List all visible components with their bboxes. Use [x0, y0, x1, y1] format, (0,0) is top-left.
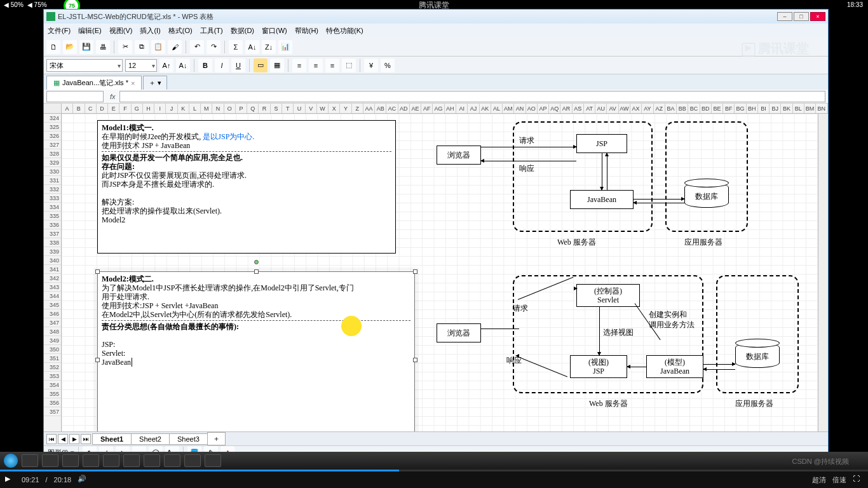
col-K[interactable]: K [178, 104, 189, 113]
row-355[interactable]: 355 [44, 390, 61, 398]
volume-icon[interactable]: 🔊 [78, 475, 88, 485]
col-J[interactable]: J [166, 104, 177, 113]
menu-special[interactable]: 特色功能(K) [326, 26, 363, 36]
menu-data[interactable]: 数据(D) [231, 26, 254, 36]
chart-icon[interactable]: 📊 [278, 40, 292, 54]
highlight-icon[interactable]: ▭ [254, 58, 268, 72]
sheet-tab-1[interactable]: Sheet1 [92, 433, 132, 445]
col-R[interactable]: R [259, 104, 270, 113]
col-C[interactable]: C [85, 104, 97, 113]
row-346[interactable]: 346 [44, 309, 61, 318]
col-P[interactable]: P [236, 104, 247, 113]
resize-handle[interactable] [413, 358, 417, 362]
resize-handle[interactable] [95, 269, 100, 274]
col-AY[interactable]: AY [642, 104, 653, 113]
task-item[interactable] [205, 454, 221, 467]
col-BN[interactable]: BN [816, 104, 827, 113]
italic-button[interactable]: I [215, 58, 229, 72]
size-combo[interactable]: 12 [125, 59, 157, 72]
play-button[interactable]: ▶ [5, 475, 15, 485]
menu-window[interactable]: 窗口(W) [262, 26, 287, 36]
textbox-model1[interactable]: Model1:模式一. 在早期的时候J2ee的开发模式, 是以JSP为中心. 使… [97, 120, 396, 254]
underline-button[interactable]: U [231, 58, 245, 72]
task-item[interactable] [123, 454, 140, 467]
fx-icon[interactable]: fx [110, 93, 116, 100]
col-AD[interactable]: AD [398, 104, 410, 113]
col-AI[interactable]: AI [456, 104, 468, 113]
col-AL[interactable]: AL [491, 104, 503, 113]
menu-help[interactable]: 帮助(H) [295, 26, 318, 36]
col-AM[interactable]: AM [503, 104, 514, 113]
column-headers[interactable]: /*placeholder*/ ABCDEFGHIJKLMNOPQRSTUVWX… [44, 104, 828, 114]
col-BH[interactable]: BH [747, 104, 758, 113]
select-all-corner[interactable] [44, 104, 62, 113]
new-icon[interactable]: 🗋 [46, 40, 60, 54]
task-item[interactable] [22, 454, 38, 467]
close-button[interactable]: × [810, 12, 825, 21]
grow-font-icon[interactable]: A↑ [159, 58, 173, 72]
task-item[interactable] [144, 454, 160, 467]
col-BE[interactable]: BE [712, 104, 723, 113]
col-B[interactable]: B [73, 104, 85, 113]
col-BD[interactable]: BD [700, 104, 712, 113]
row-350[interactable]: 350 [44, 345, 61, 354]
col-AN[interactable]: AN [514, 104, 526, 113]
sort-desc-icon[interactable]: Z↓ [262, 40, 276, 54]
format-painter-icon[interactable]: 🖌 [168, 40, 182, 54]
row-335[interactable]: 335 [44, 212, 61, 220]
row-344[interactable]: 344 [44, 292, 61, 301]
start-button[interactable] [4, 454, 18, 468]
col-AX[interactable]: AX [630, 104, 642, 113]
menubar[interactable]: 文件(F) 编辑(E) 视图(V) 插入(I) 格式(O) 工具(T) 数据(D… [44, 24, 828, 37]
row-351[interactable]: 351 [44, 354, 61, 363]
col-AA[interactable]: AA [363, 104, 375, 113]
zoom-1[interactable]: ◀ 50% [4, 1, 24, 8]
col-Q[interactable]: Q [247, 104, 259, 113]
col-AC[interactable]: AC [386, 104, 398, 113]
currency-icon[interactable]: ¥ [364, 58, 378, 72]
menu-view[interactable]: 视图(V) [109, 26, 133, 36]
print-icon[interactable]: 🖶 [96, 40, 110, 54]
row-356[interactable]: 356 [44, 398, 61, 407]
zoom-2[interactable]: ◀ 75% [27, 1, 47, 8]
row-325[interactable]: 325 [44, 123, 61, 132]
row-headers[interactable]: 3243253263273283293303313323333343353363… [44, 114, 62, 471]
col-W[interactable]: W [317, 104, 329, 113]
vertical-scrollbar[interactable] [818, 114, 828, 471]
col-M[interactable]: M [201, 104, 212, 113]
task-item[interactable] [42, 454, 58, 467]
col-BK[interactable]: BK [781, 104, 792, 113]
row-330[interactable]: 330 [44, 167, 61, 176]
row-349[interactable]: 349 [44, 336, 61, 345]
col-AO[interactable]: AO [526, 104, 538, 113]
col-BC[interactable]: BC [688, 104, 700, 113]
menu-tools[interactable]: 工具(T) [200, 26, 223, 36]
align-center-icon[interactable]: ≡ [309, 58, 323, 72]
row-332[interactable]: 332 [44, 185, 61, 194]
undo-icon[interactable]: ↶ [190, 40, 204, 54]
textbox-model2[interactable]: Model2:模式二. 为了解决Model1中JSP不擅长处理请求的操作,在Mo… [97, 271, 415, 448]
align-right-icon[interactable]: ≡ [325, 58, 339, 72]
row-338[interactable]: 338 [44, 238, 61, 247]
col-BM[interactable]: BM [804, 104, 816, 113]
align-left-icon[interactable]: ≡ [292, 58, 306, 72]
border-icon[interactable]: ▦ [270, 58, 284, 72]
menu-edit[interactable]: 编辑(E) [78, 26, 102, 36]
merge-icon[interactable]: ⬚ [342, 58, 356, 72]
col-AT[interactable]: AT [584, 104, 595, 113]
sheet-tab-add[interactable]: ＋ [207, 432, 226, 445]
row-334[interactable]: 334 [44, 203, 61, 212]
formula-input[interactable] [119, 91, 825, 102]
sheet-nav-first[interactable]: ⏮ [46, 434, 57, 444]
col-V[interactable]: V [306, 104, 317, 113]
menu-file[interactable]: 文件(F) [48, 26, 71, 36]
col-BF[interactable]: BF [723, 104, 735, 113]
task-item[interactable] [103, 454, 119, 467]
task-item[interactable] [184, 454, 201, 467]
col-BA[interactable]: BA [665, 104, 677, 113]
col-A[interactable]: A [62, 104, 73, 113]
task-item[interactable] [164, 454, 180, 467]
rotate-handle[interactable] [254, 260, 259, 264]
col-L[interactable]: L [189, 104, 201, 113]
col-X[interactable]: X [329, 104, 340, 113]
